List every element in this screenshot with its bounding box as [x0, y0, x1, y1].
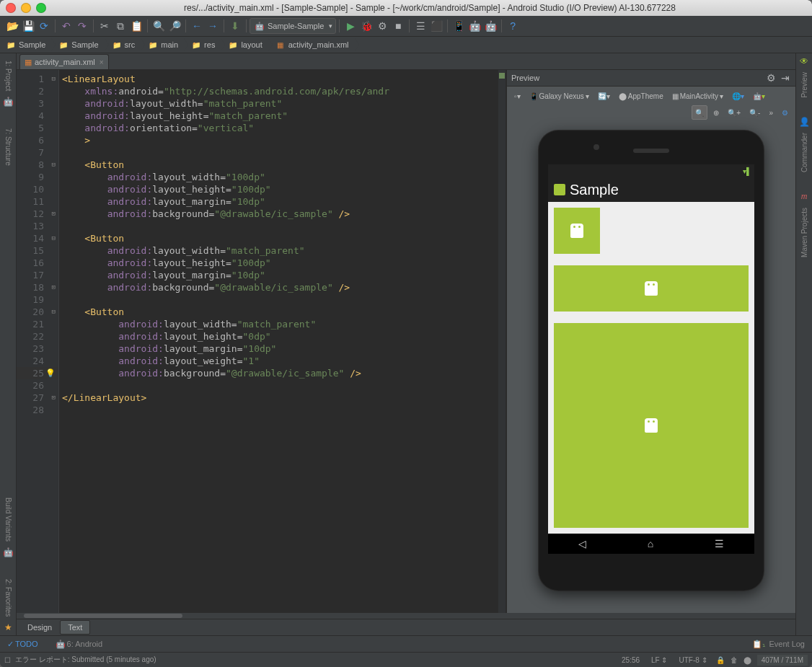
- rail-preview[interactable]: Preview: [800, 68, 808, 102]
- code-content[interactable]: <LinearLayout xmlns:android="http://sche…: [59, 70, 498, 613]
- save-button[interactable]: 💾: [20, 18, 36, 34]
- crumb-sample-module[interactable]: 📁Sample: [56, 38, 104, 51]
- rail-structure[interactable]: 7: Structure: [4, 124, 12, 170]
- help-button[interactable]: ?: [505, 18, 521, 34]
- crumb-file[interactable]: ▦activity_main.xml: [273, 38, 355, 51]
- stop-button[interactable]: ■: [390, 18, 406, 34]
- close-window-icon[interactable]: [6, 3, 16, 13]
- status-message: エラー レポート: Submitted (5 minutes ago): [15, 655, 156, 665]
- preview-button-3: [554, 323, 749, 528]
- debug-button[interactable]: 🐞: [358, 18, 374, 34]
- crumb-res[interactable]: 📁res: [188, 38, 221, 51]
- breadcrumb-bar: 📁Sample 📁Sample 📁src 📁main 📁res 📁layout …: [0, 37, 812, 53]
- device-dropdown[interactable]: ▫▾: [511, 89, 524, 102]
- android-nav-bar: ◁ ⌂ ☰: [548, 534, 754, 554]
- todo-button[interactable]: ✓ TODO: [4, 637, 41, 650]
- rail-commander[interactable]: Commander: [800, 128, 808, 177]
- activity-dropdown[interactable]: ▦MainActivity▾: [669, 89, 726, 102]
- redo-button[interactable]: ↷: [74, 18, 90, 34]
- forward-button[interactable]: →: [205, 18, 221, 34]
- locale-button[interactable]: 🌐▾: [729, 89, 747, 102]
- titlebar: res/.../activity_main.xml - [Sample-Samp…: [0, 0, 812, 16]
- layout-preview-content: [548, 202, 754, 534]
- android-icon-button[interactable]: 🤖: [467, 18, 482, 34]
- folder-icon: 📁: [148, 40, 158, 50]
- scrollbar-thumb[interactable]: [24, 614, 182, 618]
- preview-button-2: [554, 265, 749, 312]
- android-status-bar: ▾▌: [548, 164, 754, 177]
- undo-button[interactable]: ↶: [58, 18, 74, 34]
- make-button[interactable]: ⬇: [227, 18, 243, 34]
- inspection-icon[interactable]: ⬤: [741, 656, 754, 664]
- tab-text[interactable]: Text: [60, 620, 90, 635]
- android-tool-button[interactable]: 🤖 6: Android: [53, 637, 106, 650]
- left-rail: 1: Project 🤖 7: Structure Build Variants…: [0, 53, 17, 635]
- lock-icon[interactable]: 🔒: [713, 656, 728, 664]
- folder-icon: 📁: [228, 40, 238, 50]
- sync-button[interactable]: ⟳: [36, 18, 52, 34]
- rail-favorites[interactable]: 2: Favorites: [4, 575, 12, 621]
- android-version-button[interactable]: 🤖▾: [750, 89, 768, 102]
- crumb-sample-root[interactable]: 📁Sample: [3, 38, 51, 51]
- signal-icon: ▾▌: [743, 167, 751, 175]
- preview-icon[interactable]: 👁: [800, 56, 808, 66]
- main-toolbar: 📂 💾 ⟳ ↶ ↷ ✂ ⧉ 📋 🔍 🔎 ← → ⬇ 🤖 Sample-Sampl…: [0, 16, 812, 37]
- file-encoding[interactable]: UTF-8 ⇕: [674, 656, 713, 664]
- ddms-button[interactable]: 📱: [451, 18, 467, 34]
- crumb-main[interactable]: 📁main: [145, 38, 184, 51]
- code-editor[interactable]: 1⊟2345678⊟9101112⊡1314⊟15161718⊡1920⊟212…: [17, 70, 506, 613]
- xml-file-icon: ▦: [275, 40, 286, 50]
- line-separator[interactable]: LF ⇕: [645, 656, 673, 664]
- gear-icon[interactable]: ⚙: [766, 72, 777, 84]
- window-title: res/.../activity_main.xml - [Sample-Samp…: [53, 3, 806, 13]
- hide-panel-icon[interactable]: ⇥: [780, 72, 791, 84]
- preview-canvas[interactable]: ▾▌ Sample: [507, 123, 795, 613]
- app-launcher-icon: [554, 184, 565, 195]
- android-icon-button-2[interactable]: 🤖: [482, 18, 498, 34]
- run-configuration-dropdown[interactable]: 🤖 Sample-Sample: [250, 18, 336, 34]
- cut-button[interactable]: ✂: [97, 18, 112, 34]
- event-log-button[interactable]: 📋₁Event Log: [749, 637, 808, 650]
- device-name-dropdown[interactable]: 📱Galaxy Nexus▾: [526, 89, 592, 102]
- replace-button[interactable]: 🔎: [167, 18, 182, 34]
- back-button[interactable]: ←: [189, 18, 205, 34]
- status-icon[interactable]: ☐: [4, 656, 11, 664]
- avd-manager-button[interactable]: ☰: [412, 18, 428, 34]
- paste-button[interactable]: 📋: [128, 18, 144, 34]
- memory-indicator[interactable]: 407M / 711M: [757, 655, 808, 666]
- more-icon[interactable]: »: [766, 106, 776, 119]
- main-area: ▦ activity_main.xml × 1⊟2345678⊟9101112⊡…: [17, 53, 795, 635]
- commander-icon[interactable]: 👤: [799, 117, 810, 127]
- droid-icon: [645, 418, 658, 433]
- zoom-fit-button[interactable]: 🔍: [692, 105, 707, 120]
- android-icon[interactable]: 🤖: [3, 97, 14, 107]
- copy-button[interactable]: ⧉: [112, 18, 128, 34]
- zoom-actual-button[interactable]: ⊕: [710, 106, 722, 119]
- theme-dropdown[interactable]: ⬤AppTheme: [616, 89, 666, 102]
- maven-icon[interactable]: m: [801, 191, 808, 202]
- orientation-button[interactable]: 🔄▾: [595, 89, 613, 102]
- zoom-window-icon[interactable]: [36, 3, 46, 13]
- editor-tab-activity-main[interactable]: ▦ activity_main.xml ×: [19, 54, 109, 69]
- caret-position[interactable]: 25:56: [616, 656, 645, 664]
- rail-project[interactable]: 1: Project: [4, 56, 12, 95]
- rail-maven[interactable]: Maven Projects: [800, 203, 808, 262]
- horizontal-scrollbar[interactable]: [17, 613, 795, 619]
- close-tab-icon[interactable]: ×: [100, 58, 104, 66]
- zoom-in-button[interactable]: 🔍+: [725, 106, 743, 119]
- attach-debugger-button[interactable]: ⚙: [374, 18, 390, 34]
- rail-build-variants[interactable]: Build Variants: [4, 493, 12, 546]
- find-button[interactable]: 🔍: [151, 18, 167, 34]
- open-button[interactable]: 📂: [4, 18, 20, 34]
- trash-icon[interactable]: 🗑: [728, 656, 741, 664]
- sdk-manager-button[interactable]: ⬛: [428, 18, 444, 34]
- run-button[interactable]: ▶: [343, 18, 358, 34]
- error-stripe[interactable]: [498, 70, 506, 613]
- crumb-src[interactable]: 📁src: [109, 38, 141, 51]
- zoom-out-button[interactable]: 🔍-: [746, 106, 763, 119]
- preview-toolbar-row2: 🔍 ⊕ 🔍+ 🔍- » ⚙: [507, 105, 795, 123]
- tab-design[interactable]: Design: [19, 620, 60, 635]
- crumb-layout[interactable]: 📁layout: [225, 38, 268, 51]
- settings-gear-icon[interactable]: ⚙: [779, 106, 791, 119]
- minimize-window-icon[interactable]: [21, 3, 31, 13]
